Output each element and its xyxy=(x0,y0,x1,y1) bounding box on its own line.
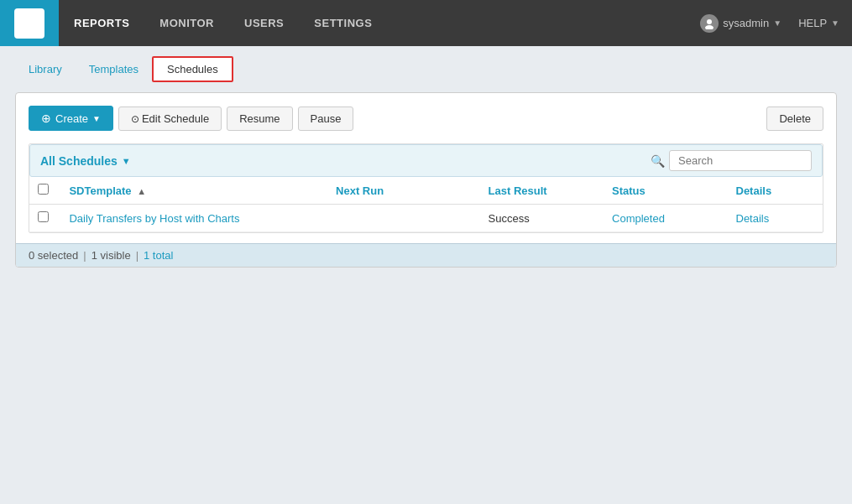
search-input[interactable] xyxy=(669,150,812,171)
help-label: HELP xyxy=(798,17,827,29)
row-nextrun-cell xyxy=(327,205,480,232)
search-area: 🔍 xyxy=(651,150,812,171)
help-caret: ▼ xyxy=(831,18,839,28)
row-sdtemplate-cell: Daily Transfers by Host with Charts xyxy=(60,205,327,232)
top-navigation: REPORTS MONITOR USERS SETTINGS sysadmin … xyxy=(0,0,852,46)
select-all-checkbox[interactable] xyxy=(38,184,49,195)
row-details-cell: Details xyxy=(728,205,823,232)
table-row: Daily Transfers by Host with Charts Succ… xyxy=(29,205,823,232)
status-sep2: | xyxy=(136,249,139,262)
delete-button[interactable]: Delete xyxy=(766,107,823,131)
status-sep1: | xyxy=(83,249,86,262)
create-caret: ▼ xyxy=(92,114,101,123)
schedules-table: SDTemplate ▲ Next Run Last Result Status… xyxy=(29,177,823,232)
svg-point-0 xyxy=(707,19,712,24)
edit-label: Edit Schedule xyxy=(142,112,209,125)
header-checkbox-col xyxy=(29,177,60,205)
row-checkbox[interactable] xyxy=(38,211,49,222)
header-nextrun[interactable]: Next Run xyxy=(327,177,480,205)
app-logo xyxy=(14,8,44,39)
resume-button[interactable]: Resume xyxy=(227,107,292,131)
nav-monitor[interactable]: MONITOR xyxy=(144,0,229,46)
tabs-bar: Library Templates Schedules xyxy=(15,56,837,82)
header-lastresult[interactable]: Last Result xyxy=(480,177,604,205)
panel-inner: ⊕ Create ▼ ⊙Edit Schedule Resume Pause D… xyxy=(16,93,836,267)
user-avatar xyxy=(700,14,719,33)
nav-users[interactable]: USERS xyxy=(229,0,299,46)
row-checkbox-cell xyxy=(29,205,60,232)
status-bar: 0 selected | 1 visible | 1 total xyxy=(16,243,836,267)
edit-schedule-button[interactable]: ⊙Edit Schedule xyxy=(118,107,222,131)
sort-arrow-sdtemplate: ▲ xyxy=(137,186,146,196)
main-content: Library Templates Schedules ⊕ Create ▼ ⊙… xyxy=(0,46,852,504)
help-menu[interactable]: HELP ▼ xyxy=(798,17,839,29)
status-total: 1 total xyxy=(144,249,173,262)
nav-reports[interactable]: REPORTS xyxy=(59,0,144,46)
nav-items: REPORTS MONITOR USERS SETTINGS xyxy=(59,0,700,46)
header-details[interactable]: Details xyxy=(728,177,823,205)
create-button[interactable]: ⊕ Create ▼ xyxy=(29,106,113,131)
filter-bar: All Schedules ▼ 🔍 xyxy=(29,144,823,177)
pause-button[interactable]: Pause xyxy=(298,107,354,131)
sdtemplate-link[interactable]: Daily Transfers by Host with Charts xyxy=(69,212,239,225)
search-icon: 🔍 xyxy=(651,154,665,168)
table-head: SDTemplate ▲ Next Run Last Result Status… xyxy=(29,177,823,205)
details-link[interactable]: Details xyxy=(736,212,770,225)
user-menu[interactable]: sysadmin ▼ xyxy=(700,14,781,33)
row-status-cell: Completed xyxy=(604,205,727,232)
nav-settings[interactable]: SETTINGS xyxy=(299,0,387,46)
plus-icon: ⊕ xyxy=(41,112,51,125)
filter-caret: ▼ xyxy=(122,156,131,166)
table-body: Daily Transfers by Host with Charts Succ… xyxy=(29,205,823,232)
logo-area[interactable] xyxy=(0,0,59,46)
tab-schedules[interactable]: Schedules xyxy=(152,56,233,82)
row-lastresult-cell: Success xyxy=(480,205,604,232)
status-link[interactable]: Completed xyxy=(612,212,665,225)
user-label: sysadmin xyxy=(723,17,769,29)
filter-label[interactable]: All Schedules ▼ xyxy=(40,154,131,168)
svg-point-1 xyxy=(705,25,713,29)
main-panel: ⊕ Create ▼ ⊙Edit Schedule Resume Pause D… xyxy=(15,92,837,268)
user-caret: ▼ xyxy=(773,18,781,28)
table-header-row: SDTemplate ▲ Next Run Last Result Status… xyxy=(29,177,823,205)
create-label: Create xyxy=(55,112,88,125)
toolbar: ⊕ Create ▼ ⊙Edit Schedule Resume Pause D… xyxy=(29,106,823,131)
tab-library[interactable]: Library xyxy=(15,58,76,81)
status-selected: 0 selected xyxy=(29,249,78,262)
table-container: All Schedules ▼ 🔍 xyxy=(29,143,823,233)
tab-templates[interactable]: Templates xyxy=(76,58,152,81)
filter-label-text: All Schedules xyxy=(40,154,118,168)
edit-icon: ⊙ xyxy=(131,113,139,125)
status-visible: 1 visible xyxy=(91,249,131,262)
header-sdtemplate[interactable]: SDTemplate ▲ xyxy=(60,177,327,205)
header-status[interactable]: Status xyxy=(604,177,727,205)
nav-right: sysadmin ▼ HELP ▼ xyxy=(700,14,852,33)
